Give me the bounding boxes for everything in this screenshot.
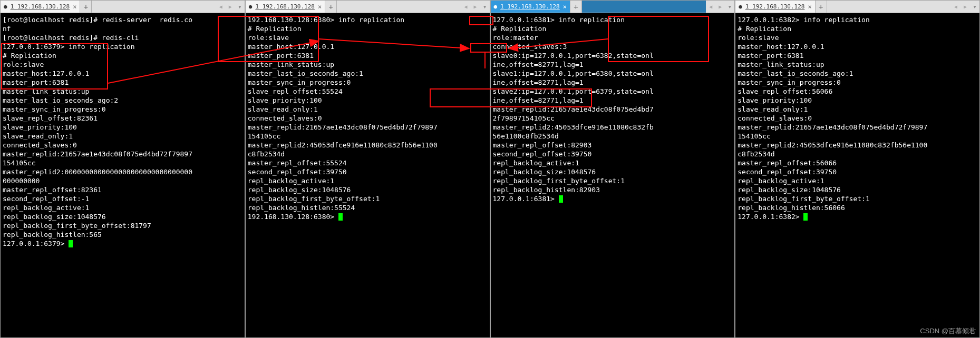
terminal-line: # Replication: [248, 24, 488, 33]
terminal-line: master_repl_offset:82903: [493, 141, 733, 150]
terminal-line: 56e1100c8fb2534d: [493, 132, 733, 141]
tab-next-icon[interactable]: ▶: [715, 4, 725, 9]
terminal-line: repl_backlog_first_byte_offset:81797: [3, 221, 242, 230]
new-tab-button[interactable]: +: [325, 1, 337, 13]
tab-label: 1 192.168.130.128: [11, 3, 70, 10]
terminal-window-1: ● 1 192.168.130.128 × + ◀ ▶ ▾ [root@loca…: [0, 0, 245, 338]
terminal-line: master_port:6381: [248, 51, 488, 60]
terminal-line: 154105cc: [3, 158, 242, 167]
terminal-line: 000000000: [3, 176, 242, 185]
terminal-line: repl_backlog_first_byte_offset:1: [738, 194, 977, 203]
terminal-line: connected_slaves:0: [248, 114, 488, 123]
terminal-line: repl_backlog_active:1: [738, 176, 977, 185]
terminal-line: master_host:127.0.0.1: [738, 42, 977, 51]
terminal-line: repl_backlog_active:1: [248, 176, 488, 185]
terminal-line: 127.0.0.1:6382> info replication: [738, 15, 977, 24]
terminal-line: master_replid2:45053dfce916e11080c832fb: [493, 123, 733, 132]
terminal-line: role:master: [493, 33, 733, 42]
new-tab-button[interactable]: +: [570, 1, 582, 13]
terminal-line: master_link_status:up: [248, 60, 488, 69]
terminal-line: master_replid:21657ae1e43dc08f075ed4bd72…: [248, 123, 488, 132]
terminal-line: ine,offset=82771,lag=1: [493, 78, 733, 87]
cursor-icon: [338, 213, 343, 221]
tab-menu-icon[interactable]: ▾: [480, 3, 490, 11]
tab-bar: ● 1 192.168.130.128 × + ◀ ▶ ▾: [491, 1, 735, 13]
terminal-line: master_repl_offset:55524: [248, 158, 488, 167]
terminal-line: repl_backlog_first_byte_offset:1: [248, 194, 488, 203]
terminal-line: master_port:6381: [3, 78, 242, 87]
close-icon[interactable]: ×: [318, 3, 322, 11]
terminal-line: role:slave: [3, 60, 242, 69]
new-tab-button[interactable]: +: [80, 1, 92, 13]
terminal-line: master_replid2:45053dfce916e11080c832fb5…: [738, 141, 977, 150]
terminal-line: repl_backlog_size:1048576: [3, 212, 242, 221]
tab-prev-icon[interactable]: ◀: [461, 4, 471, 9]
tab-label: 1 192.168.130.128: [745, 3, 805, 10]
tab-prev-icon[interactable]: ◀: [706, 4, 715, 9]
terminal-line: connected_slaves:0: [3, 141, 242, 150]
terminal-line: repl_backlog_histlen:565: [3, 230, 242, 239]
terminal-line: repl_backlog_histlen:82903: [493, 185, 733, 194]
terminal-line: master_last_io_seconds_ago:1: [248, 69, 488, 78]
terminal-line: second_repl_offset:39750: [248, 167, 488, 176]
terminal-line: repl_backlog_active:1: [493, 158, 733, 167]
terminal-line: c8fb2534d: [248, 150, 488, 158]
terminal-line: master_repl_offset:82361: [3, 185, 242, 194]
terminal-line: master_replid:21657ae1e43dc08f075ed4bd72…: [3, 150, 242, 158]
close-icon[interactable]: ×: [808, 3, 811, 11]
terminal-line: master_sync_in_progress:0: [248, 78, 488, 87]
tab-prev-icon[interactable]: ◀: [216, 4, 226, 9]
close-icon[interactable]: ×: [73, 3, 76, 11]
cursor-icon: [559, 195, 563, 203]
terminal-line: master_host:127.0.0.1: [248, 42, 488, 51]
tab-label: 1 192.168.130.128: [255, 3, 315, 10]
terminal-line: slave_priority:100: [738, 96, 977, 105]
tab-next-icon[interactable]: ▶: [226, 4, 235, 9]
terminal-line: repl_backlog_first_byte_offset:1: [493, 176, 733, 185]
watermark: CSDN @百慕倾君: [920, 326, 976, 336]
terminal-line: # Replication: [493, 24, 733, 33]
terminal-line: second_repl_offset:39750: [738, 167, 977, 176]
tab-nav-controls: ◀ ▶ ▾: [216, 1, 245, 13]
terminal-line: # Replication: [3, 51, 242, 60]
terminal-line: nf: [3, 24, 242, 33]
terminal-line: c8fb2534d: [738, 150, 977, 158]
tab-next-icon[interactable]: ▶: [960, 4, 970, 9]
tab-menu-icon[interactable]: ▾: [235, 3, 245, 11]
terminal-line: 154105cc: [248, 132, 488, 141]
terminal-line: connected_slaves:0: [738, 114, 977, 123]
terminal-line: # Replication: [738, 24, 977, 33]
tab-menu-icon[interactable]: ▾: [725, 3, 734, 11]
tab-1[interactable]: ● 1 192.168.130.128 ×: [1, 1, 80, 13]
cursor-icon: [69, 240, 73, 247]
new-tab-button[interactable]: +: [816, 1, 827, 13]
terminal-line: slave_repl_offset:55524: [248, 87, 488, 96]
terminal-line: slave_repl_offset:82361: [3, 114, 242, 123]
tab-nav-controls: ◀ ▶ ▾: [461, 1, 490, 13]
close-icon[interactable]: ×: [563, 3, 567, 11]
terminal-line: slave_read_only:1: [3, 132, 242, 141]
terminal-line: second_repl_offset:-1: [3, 194, 242, 203]
terminal-line: 154105cc: [738, 132, 977, 141]
terminal-line: master_last_io_seconds_ago:1: [738, 69, 977, 78]
terminal-line: master_sync_in_progress:0: [738, 78, 977, 87]
terminal-prompt: 127.0.0.1:6379>: [3, 239, 242, 248]
tab-1[interactable]: ● 1 192.168.130.128 ×: [491, 1, 570, 13]
terminal-window-4: ● 1 192.168.130.128 × + ◀ ▶ ▾ 127.0.0.1:…: [735, 0, 980, 338]
terminal-line: 127.0.0.1:6381> info replication: [493, 15, 733, 24]
terminal-prompt: 127.0.0.1:6381>: [493, 194, 733, 203]
terminal-line: connected_slaves:3: [493, 42, 733, 51]
tab-1[interactable]: ● 1 192.168.130.128 ×: [246, 1, 325, 13]
terminal-output[interactable]: 127.0.0.1:6381> info replication# Replic…: [491, 13, 735, 337]
terminal-output[interactable]: 192.168.130.128:6380> info replication# …: [246, 13, 490, 337]
terminal-line: role:slave: [738, 33, 977, 42]
tab-next-icon[interactable]: ▶: [471, 4, 480, 9]
tab-prev-icon[interactable]: ◀: [951, 4, 960, 9]
tab-1[interactable]: ● 1 192.168.130.128 ×: [735, 1, 815, 13]
terminal-line: slave1:ip=127.0.0.1,port=6380,state=onl: [493, 69, 733, 78]
tab-menu-icon[interactable]: ▾: [970, 3, 979, 11]
status-dot-icon: ●: [4, 3, 7, 10]
terminal-output[interactable]: [root@localhost redis]# redis-server red…: [1, 13, 245, 337]
terminal-output[interactable]: 127.0.0.1:6382> info replication# Replic…: [735, 13, 979, 337]
terminal-line: ine,offset=82771,lag=1: [493, 96, 733, 105]
